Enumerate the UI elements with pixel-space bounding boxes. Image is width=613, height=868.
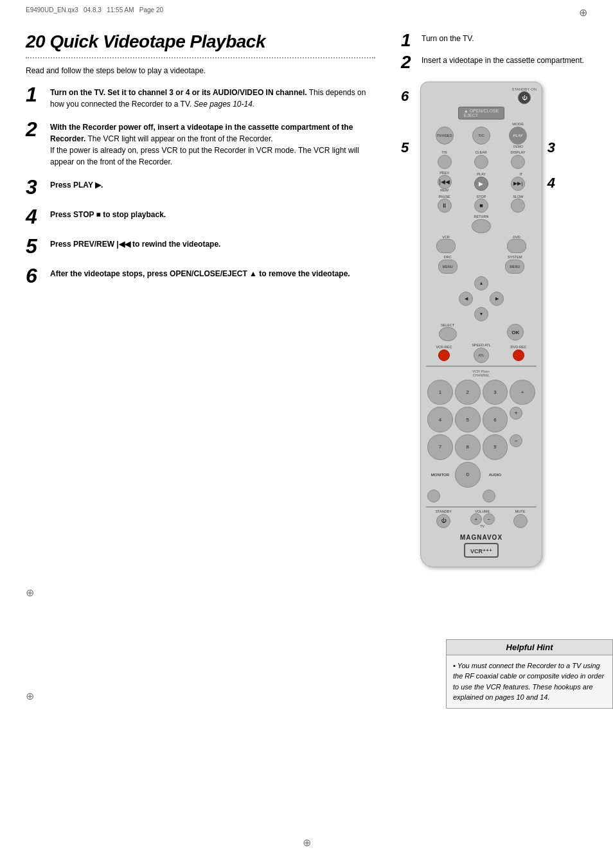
step-1-number: 1	[26, 84, 44, 105]
section-divider-1	[426, 366, 537, 367]
intro-text: Read and follow the steps below to play …	[26, 66, 375, 75]
section-divider-2	[426, 506, 537, 508]
remote-label-3: 3	[547, 139, 555, 156]
system-button[interactable]: MENU	[505, 260, 524, 274]
num-2-button[interactable]: 2	[455, 380, 481, 405]
step-3: 3 Press PLAY ▶.	[26, 177, 375, 197]
ts-row: T/S CLEAR DISPLAY	[426, 151, 537, 169]
speed-row: VCR-REC SPEED ATL ATL DVD-REC	[426, 344, 537, 363]
remote-label-4: 4	[547, 175, 555, 191]
page-meta: E9490UD_EN.qx3 04.8.3 11:55 AM Page 20 ⊕	[0, 0, 613, 19]
hint-bullet: •	[453, 662, 456, 669]
num-extra-button[interactable]: +	[510, 380, 535, 405]
clear-button[interactable]	[474, 155, 488, 169]
step-3-number: 3	[26, 177, 44, 197]
crosshair-far-bottom-left: ⊕	[26, 690, 34, 702]
tv-video-button[interactable]: TV/VIDEO	[436, 127, 454, 145]
num-7-button[interactable]: 7	[427, 434, 453, 460]
open-close-button[interactable]: ▲ OPEN/CLOSEEJECT	[458, 107, 504, 120]
step-5: 5 Press PREV/REW |◀◀ to rewind the video…	[26, 236, 375, 256]
section-divider	[26, 57, 375, 58]
transport-row-2: PAUSE ⏸ STOP ■ SLOW	[426, 195, 537, 213]
play-button[interactable]: ▶	[474, 177, 488, 191]
skip-button[interactable]: ▶▶|	[511, 177, 525, 191]
crosshair-top-right: ⊕	[579, 6, 587, 19]
file-info: E9490UD_EN.qx3 04.8.3 11:55 AM Page 20	[26, 6, 163, 19]
step-1-text: Turn on the TV. Set it to channel 3 or 4…	[50, 84, 375, 110]
vcr-dvd-row: VCR DVD	[426, 236, 537, 254]
select-button[interactable]	[439, 327, 457, 341]
step-4-text: Press STOP ■ to stop playback.	[50, 206, 166, 220]
monitor-button[interactable]	[427, 490, 440, 502]
channel-up-button[interactable]: +	[510, 407, 522, 420]
channel-down-button[interactable]: −	[510, 434, 522, 447]
dvd-rec-button[interactable]	[513, 350, 524, 361]
step-3-text: Press PLAY ▶.	[50, 177, 103, 191]
mode-row: TV/VIDEO T/C MODE PLAY DEMO	[426, 122, 537, 148]
content-area: 20 Quick Videotape Playback Read and fol…	[0, 19, 613, 567]
drc-button[interactable]: MENU	[438, 260, 458, 274]
step-6: 6 After the videotape stops, press OPEN/…	[26, 265, 375, 286]
vcr-button[interactable]	[436, 239, 456, 253]
ok-button[interactable]: OK	[507, 324, 524, 341]
nav-up-button[interactable]: ▲	[474, 276, 488, 290]
crosshair-bottom-center: ⊕	[303, 837, 311, 849]
audio-label: AUDIO	[483, 462, 508, 488]
num-8-button[interactable]: 8	[455, 434, 481, 460]
remote-label-5: 5	[401, 139, 409, 156]
remote-control: STANDBY·ON ⏻ ▲ OPEN/CLOSEEJECT TV/VIDEO	[420, 82, 542, 567]
menu-row: DRC MENU SYSTEM MENU	[426, 256, 537, 274]
remote-wrapper: 6 5 3 4 STANDBY·ON ⏻ ▲ OPEN/CLOSEEJECT	[420, 82, 542, 567]
vol-row: STANDBY ⏻ VOLUME + − TV MUTE	[426, 510, 537, 529]
num-3-button[interactable]: 3	[483, 380, 508, 405]
number-pad: 1 2 3 + 4 5 6 + 7 8 9 − MONITOR 0 AUDIO	[426, 378, 537, 504]
step-1: 1 Turn on the TV. Set it to channel 3 or…	[26, 84, 375, 110]
ts-button[interactable]	[438, 155, 452, 169]
hint-text: You must connect the Recorder to a TV us…	[453, 662, 604, 702]
display-button[interactable]	[511, 155, 525, 169]
left-column: 20 Quick Videotape Playback Read and fol…	[26, 31, 375, 567]
nav-down-button[interactable]: ▼	[474, 307, 488, 321]
vcr-badge: VCR⁺⁺⁺	[470, 548, 492, 554]
audio-button[interactable]	[483, 490, 495, 502]
remote-label-6: 6	[401, 88, 409, 105]
vol-down-button[interactable]: −	[483, 513, 495, 525]
step-5-text: Press PREV/REW |◀◀ to rewind the videota…	[50, 236, 220, 250]
crosshair-bottom-left: ⊕	[26, 587, 34, 599]
vcr-plus-label: VCR Plus+CHANNEL	[426, 369, 537, 377]
step-6-text: After the videotape stops, press OPEN/CL…	[50, 265, 350, 279]
vcr-rec-button[interactable]	[438, 350, 450, 361]
step-4-number: 4	[26, 206, 44, 227]
mode-button[interactable]: PLAY	[509, 127, 527, 145]
num-5-button[interactable]: 5	[455, 407, 481, 432]
step-5-number: 5	[26, 236, 44, 256]
rew-button[interactable]: |◀◀	[438, 175, 452, 189]
step-6-number: 6	[26, 265, 44, 286]
num-4-button[interactable]: 4	[427, 407, 453, 432]
num-1-button[interactable]: 1	[427, 380, 453, 405]
hint-title: Helpful Hint	[447, 640, 612, 655]
dvd-button[interactable]	[507, 239, 526, 253]
pause-button[interactable]: ⏸	[438, 199, 452, 213]
atl-button[interactable]: ATL	[474, 348, 489, 363]
stop-button[interactable]: ■	[474, 199, 488, 213]
standby-2-button[interactable]: ⏻	[436, 514, 450, 528]
nav-right-button[interactable]: ▶	[490, 292, 504, 306]
standby-button[interactable]: ⏻	[518, 91, 531, 104]
step-4: 4 Press STOP ■ to stop playback.	[26, 206, 375, 227]
return-button[interactable]	[472, 219, 491, 233]
right-steps: 1 Turn on the TV. 2 Insert a videotape i…	[401, 31, 584, 75]
nav-arrows: ▲ ◀ ▶ ▼	[459, 276, 504, 321]
num-9-button[interactable]: 9	[483, 434, 508, 460]
vol-up-button[interactable]: +	[470, 513, 482, 525]
nav-left-button[interactable]: ◀	[459, 292, 473, 306]
step-2-text: With the Recorder power off, insert a vi…	[50, 119, 375, 168]
select-ok-row: SELECT OK	[426, 324, 537, 342]
tc-button[interactable]: T/C	[472, 127, 490, 145]
hint-content: • You must connect the Recorder to a TV …	[447, 655, 612, 708]
num-0-button[interactable]: 0	[455, 462, 481, 488]
num-6-button[interactable]: 6	[483, 407, 508, 432]
mute-button[interactable]	[513, 514, 528, 528]
right-step-2-number: 2	[401, 53, 416, 71]
slow-button[interactable]	[511, 199, 525, 213]
